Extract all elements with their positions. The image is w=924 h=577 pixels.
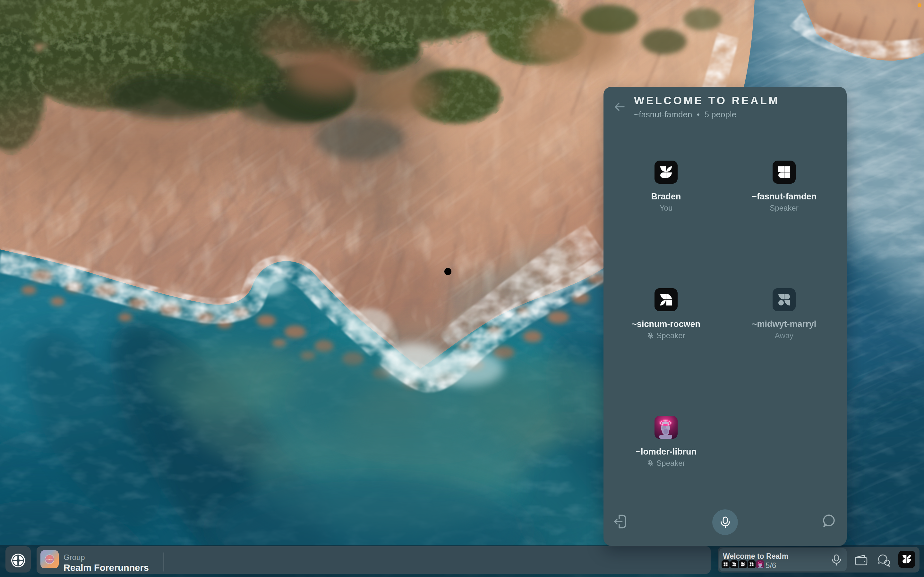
svg-text:REALM: REALM bbox=[47, 558, 53, 560]
